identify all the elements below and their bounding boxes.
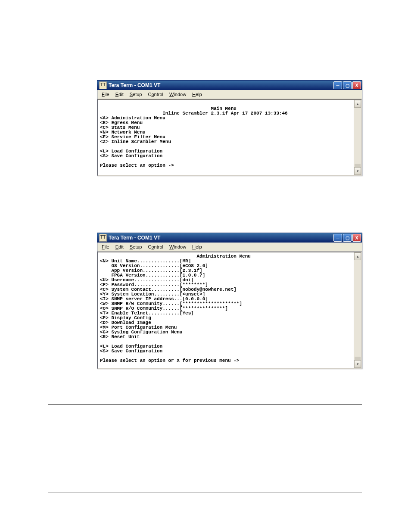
scroll-down-button[interactable]: ▾	[354, 167, 361, 175]
vertical-scrollbar[interactable]: ▴ ▾	[354, 252, 362, 369]
menu-edit[interactable]: Edit	[113, 91, 126, 98]
menu-window[interactable]: Window	[167, 91, 189, 98]
maximize-button[interactable]: ▢	[343, 81, 352, 89]
minimize-button[interactable]: ─	[333, 234, 342, 242]
maximize-button[interactable]: ▢	[343, 234, 352, 242]
menu-file[interactable]: File	[99, 243, 112, 250]
menu-control[interactable]: Control	[145, 91, 165, 98]
titlebar[interactable]: TT Tera Term - COM1 VT ─ ▢ X	[97, 233, 362, 243]
menu-edit[interactable]: Edit	[113, 243, 126, 250]
app-icon: TT	[99, 234, 107, 242]
terminal-output[interactable]: Main Menu Inline Scrambler 2.3.1f Apr 17…	[97, 99, 354, 176]
close-button[interactable]: X	[352, 234, 361, 242]
scroll-thumb[interactable]	[355, 357, 361, 360]
menu-control[interactable]: Control	[145, 243, 165, 250]
minimize-button[interactable]: ─	[333, 81, 342, 89]
terminal-window-2: TT Tera Term - COM1 VT ─ ▢ X File Edit S…	[97, 233, 362, 369]
window-title: Tera Term - COM1 VT	[109, 82, 333, 88]
vertical-scrollbar[interactable]: ▴ ▾	[354, 99, 362, 176]
menu-setup[interactable]: Setup	[127, 243, 145, 250]
menubar: File Edit Setup Control Window Help	[97, 243, 362, 252]
menu-file[interactable]: File	[99, 91, 112, 98]
terminal-output[interactable]: Administration Menu <N> Unit Name.......…	[97, 252, 354, 369]
menubar: File Edit Setup Control Window Help	[97, 90, 362, 99]
scroll-up-button[interactable]: ▴	[354, 252, 361, 260]
window-title: Tera Term - COM1 VT	[109, 235, 333, 241]
menu-help[interactable]: Help	[190, 91, 205, 98]
scroll-down-button[interactable]: ▾	[354, 360, 361, 368]
close-button[interactable]: X	[352, 81, 361, 89]
scroll-thumb[interactable]	[355, 164, 361, 167]
menu-help[interactable]: Help	[190, 243, 205, 250]
menu-window[interactable]: Window	[167, 243, 189, 250]
menu-setup[interactable]: Setup	[127, 91, 145, 98]
scroll-up-button[interactable]: ▴	[354, 100, 361, 108]
app-icon: TT	[99, 81, 107, 89]
terminal-window-1: TT Tera Term - COM1 VT ─ ▢ X File Edit S…	[97, 80, 362, 176]
titlebar[interactable]: TT Tera Term - COM1 VT ─ ▢ X	[97, 81, 362, 90]
